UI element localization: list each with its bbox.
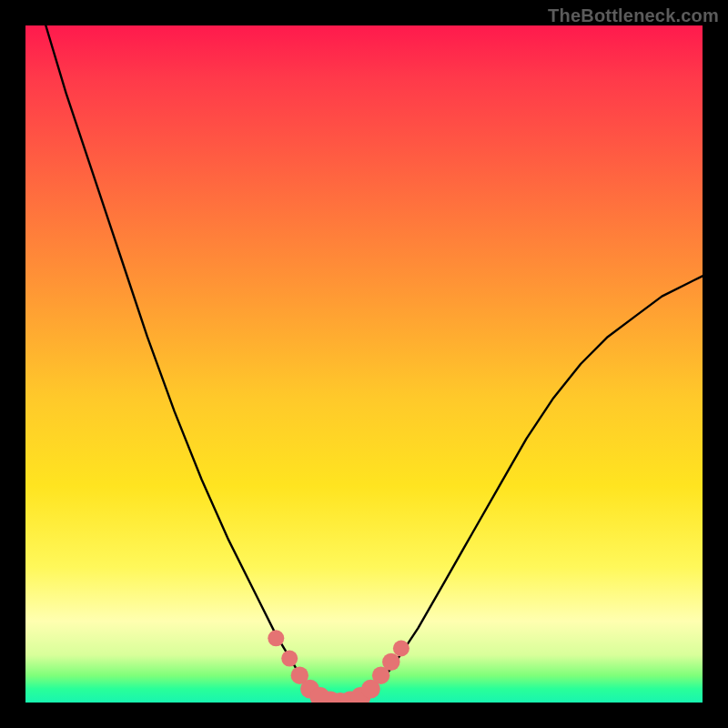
watermark-text: TheBottleneck.com [548, 5, 719, 26]
trough-marker [393, 641, 410, 657]
curve-layer [46, 25, 703, 703]
marker-layer [268, 630, 410, 703]
trough-marker [382, 653, 399, 671]
chart-plot-area [25, 25, 703, 703]
trough-marker [268, 630, 284, 646]
trough-marker [281, 651, 298, 667]
chart-frame: TheBottleneck.com [0, 0, 728, 728]
bottleneck-curve [46, 25, 703, 703]
chart-svg [25, 25, 703, 703]
